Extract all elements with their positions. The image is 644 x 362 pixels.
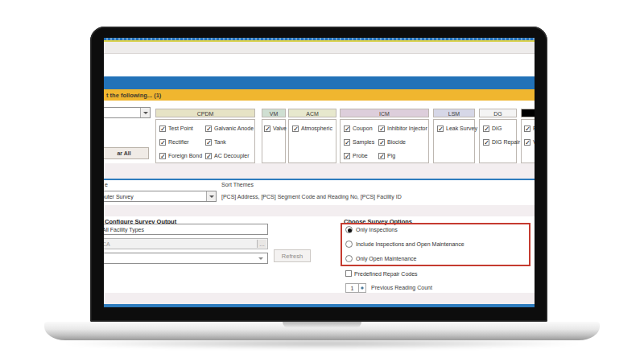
checkbox[interactable] [344, 139, 350, 146]
laptop-screen-bezel: t the following... (1) ar All CPDM Test … [90, 27, 547, 322]
toolbar-strip [104, 42, 535, 54]
checkbox-label: Va [533, 139, 535, 145]
module-body-clipped: Pa Va [521, 119, 535, 163]
checkbox-label: Foreign Bond [168, 153, 202, 158]
checkbox[interactable] [378, 139, 385, 146]
checkbox-label: AC Decoupler [214, 153, 250, 158]
checkbox[interactable] [205, 153, 212, 159]
checkbox-label: Predefined Repair Codes [354, 271, 418, 277]
facility-types-value: All Facility Types [104, 227, 144, 232]
checkbox-label: Rectifier [168, 139, 189, 145]
app-screen: t the following... (1) ar All CPDM Test … [104, 38, 535, 307]
module-header-vm: VM [262, 109, 286, 117]
checkbox[interactable] [264, 125, 270, 132]
checkbox-label: Coupon [353, 125, 373, 131]
previous-reading-count-input[interactable]: 1 [345, 283, 359, 293]
clear-all-button[interactable]: ar All [104, 147, 149, 159]
checkbox[interactable] [524, 125, 530, 132]
separator-band [104, 163, 535, 179]
checkbox[interactable] [437, 125, 444, 132]
report-input-disabled: CA … [104, 238, 268, 249]
radio-include-inspections-open-maintenance[interactable] [345, 241, 353, 248]
radio-label: Only Open Maintenance [356, 256, 417, 261]
ellipsis-button: … [257, 240, 266, 248]
checkbox[interactable] [159, 153, 166, 159]
module-header-acm: ACM [288, 109, 336, 117]
module-header-lsm: LSM [433, 109, 475, 117]
spinner-down-icon[interactable] [361, 288, 364, 291]
theme-label: e [105, 182, 108, 187]
previous-reading-count-label: Previous Reading Count [371, 285, 432, 290]
checkbox-label: Atmospheric [301, 125, 332, 131]
previous-reading-count-stepper[interactable] [359, 283, 366, 293]
checkbox[interactable] [483, 139, 489, 146]
checkbox[interactable] [205, 125, 212, 132]
blue-header-bar [104, 76, 535, 89]
separator-band [104, 205, 535, 216]
radio-only-inspections[interactable] [345, 226, 353, 233]
report-value: CA [104, 241, 110, 247]
separator-band [104, 293, 535, 304]
theme-combo[interactable]: puter Survey [104, 191, 217, 202]
checkbox[interactable] [483, 125, 489, 132]
checkbox[interactable] [159, 139, 166, 146]
checkbox-label: Leak Survey [446, 125, 477, 131]
checkbox[interactable] [159, 125, 166, 132]
facility-filter-combo[interactable] [104, 107, 151, 118]
sort-themes-label: Sort Themes [221, 182, 254, 187]
module-body-lsm: Leak Survey [433, 119, 475, 163]
module-header-cpdm: CPDM [155, 109, 255, 117]
checkbox[interactable] [292, 125, 299, 132]
module-body-acm: Atmospheric [288, 119, 336, 163]
checkbox-label: Galvanic Anode [214, 125, 254, 131]
refresh-button[interactable]: Refresh [274, 249, 311, 262]
checkbox-label: Valve [273, 125, 287, 131]
laptop-base-notch [283, 322, 361, 328]
checkbox-label: Probe [353, 153, 368, 158]
checkbox[interactable] [344, 153, 350, 159]
module-body-vm: Valve [262, 119, 286, 163]
checkbox-label: DIG [492, 125, 502, 131]
radio-only-open-maintenance[interactable] [345, 255, 353, 262]
checkbox-label: Inhibitor Injector [387, 125, 427, 131]
module-body-icm: Coupon Inhibitor Injector Samples Biocid… [340, 119, 429, 163]
predefined-repair-codes-checkbox[interactable] [345, 270, 352, 277]
theme-combo-value: puter Survey [104, 194, 134, 200]
checkbox[interactable] [205, 139, 212, 146]
radio-label: Only Inspections [356, 227, 398, 232]
blue-divider [104, 179, 535, 180]
module-header-dg: DG [479, 109, 517, 117]
checkbox-label: Samples [353, 139, 374, 145]
module-header-icm: ICM [340, 109, 429, 117]
sort-themes-value: [PCS] Address, [PCS] Segment Code and Re… [221, 194, 402, 200]
checkbox-label: Pig [387, 153, 395, 158]
checkbox[interactable] [378, 125, 385, 132]
facility-types-input[interactable]: All Facility Types [104, 224, 268, 235]
notification-bar: t the following... (1) [104, 89, 535, 101]
checkbox-label: DIG Repair [492, 139, 520, 145]
bottom-blue-line [104, 304, 535, 307]
radio-label: Include Inspections and Open Maintenance [356, 241, 464, 247]
chevron-down-icon [140, 108, 150, 117]
module-body-cpdm: Test Point Galvanic Anode Rectifier Tank… [155, 119, 255, 163]
checkbox[interactable] [344, 125, 350, 132]
radio-row: Include Inspections and Open Maintenance [345, 241, 464, 248]
predefined-repair-codes-row: Predefined Repair Codes [345, 270, 418, 277]
notification-text: t the following... (1) [104, 92, 161, 99]
checkbox-label: Pa [533, 125, 535, 131]
empty-combo[interactable] [104, 253, 268, 264]
laptop-mockup: t the following... (1) ar All CPDM Test … [0, 0, 644, 362]
chevron-down-icon [206, 191, 216, 201]
laptop-base [44, 322, 600, 340]
checkbox-label: Tank [214, 139, 226, 145]
checkbox[interactable] [378, 153, 385, 159]
previous-reading-count-value: 1 [351, 286, 354, 291]
checkbox[interactable] [524, 139, 530, 146]
checkbox-label: Test Point [168, 125, 193, 131]
module-header-clipped: P [521, 109, 535, 117]
radio-row: Only Open Maintenance [345, 255, 417, 262]
radio-row: Only Inspections [345, 226, 398, 233]
module-body-dg: DIG DIG Repair [479, 119, 517, 163]
checkbox-label: Biocide [387, 139, 406, 145]
